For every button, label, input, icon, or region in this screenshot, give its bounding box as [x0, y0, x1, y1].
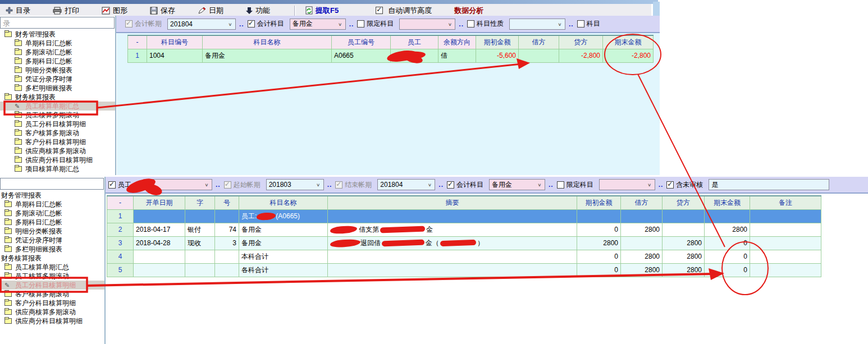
limit-combo[interactable]: ∨ [599, 179, 655, 190]
subject-checkbox[interactable] [447, 181, 454, 189]
period-checkbox[interactable] [125, 20, 133, 27]
tree-item[interactable]: 明细分类帐报表 [0, 227, 104, 236]
tree-item[interactable]: 员工核算多期滚动 [0, 111, 115, 120]
row-number[interactable]: 2 [107, 223, 134, 236]
closing-cell[interactable]: 2800 [705, 223, 750, 236]
credit-cell[interactable]: 2800 [663, 263, 705, 277]
subject-code-cell[interactable]: 1004 [147, 49, 203, 62]
subject-more-button[interactable]: .. [549, 181, 554, 189]
tree-item[interactable]: 客户核算多期滚动 [0, 129, 115, 137]
save-button[interactable]: 保存 [148, 5, 177, 16]
start-period-checkbox[interactable] [224, 181, 231, 189]
tree-group-finance-mgmt[interactable]: 财务管理报表 [0, 191, 104, 200]
tree-item[interactable]: 客户分科目核算明细 [0, 137, 115, 146]
tree-item[interactable]: 员工核算多期滚动 [0, 272, 104, 281]
period-combo[interactable]: 201804∨ [167, 19, 236, 30]
debit-cell[interactable]: 2800 [621, 223, 663, 236]
closing-cell[interactable]: 0 [705, 236, 750, 250]
row-number[interactable]: 1 [107, 209, 134, 223]
tree-item[interactable]: 多栏明细账报表 [0, 84, 115, 93]
subject-cell[interactable]: 备用金 [239, 223, 328, 236]
subject-name-cell[interactable]: 备用金 [203, 49, 332, 62]
limit-more-button[interactable]: .. [459, 20, 464, 28]
debit-cell[interactable] [621, 236, 663, 250]
note-cell[interactable] [750, 223, 821, 236]
end-period-checkbox[interactable] [335, 181, 342, 189]
summary-cell[interactable]: 退回借金（） [328, 236, 577, 250]
limit-combo[interactable]: ∨ [399, 19, 455, 30]
total-label[interactable]: 各科合计 [239, 263, 328, 277]
word-cell[interactable]: 银付 [185, 223, 215, 236]
subject-more-button[interactable]: .. [349, 20, 354, 28]
nature-more-button[interactable]: .. [569, 20, 574, 28]
tree-item[interactable]: 明细分类帐报表 [0, 66, 115, 75]
employee-cell[interactable] [391, 49, 438, 62]
tree-item[interactable]: 客户核算多期滚动 [0, 290, 104, 299]
debit-cell[interactable] [519, 49, 559, 62]
unaudited-combo[interactable]: 是 [709, 179, 829, 190]
limit-more-button[interactable]: .. [659, 181, 664, 189]
tree-item[interactable]: 多期滚动汇总帐 [0, 209, 104, 218]
subtotal-label[interactable]: 本科合计 [239, 250, 328, 263]
tree-item[interactable]: 供应商核算多期滚动 [0, 146, 115, 155]
closing-cell[interactable]: 0 [705, 263, 750, 277]
closing-cell[interactable]: -2,800 [603, 49, 654, 62]
debit-cell[interactable]: 2800 [621, 263, 663, 277]
note-cell[interactable] [750, 236, 821, 250]
employee-more-button[interactable]: .. [216, 181, 221, 189]
row-number[interactable]: 5 [107, 263, 134, 277]
tree-group-finance-calc[interactable]: 财务核算报表 [0, 93, 115, 102]
row-number[interactable]: 3 [107, 236, 134, 250]
credit-cell[interactable] [663, 223, 705, 236]
print-button[interactable]: 打印 [51, 5, 81, 16]
bottom-sidebar-filter-input[interactable] [0, 178, 104, 190]
data-analysis-button[interactable]: 数据分析 [453, 5, 485, 16]
tree-group-finance-calc[interactable]: 财务核算报表 [0, 254, 104, 263]
end-period-combo[interactable]: 201804∨ [377, 179, 435, 190]
date-cell[interactable]: 2018-04-17 [134, 223, 185, 236]
number-cell[interactable]: 74 [215, 223, 239, 236]
tree-item-selected[interactable]: ✎员工核算单期汇总 [0, 102, 115, 111]
tree-item[interactable]: 多期科目汇总帐 [0, 218, 104, 227]
number-cell[interactable]: 3 [215, 236, 239, 250]
subject-checkbox[interactable] [248, 20, 255, 27]
unaudited-checkbox[interactable] [666, 181, 674, 189]
graph-button[interactable]: 图形 [100, 5, 129, 16]
nature-checkbox[interactable] [467, 20, 474, 27]
closing-cell[interactable]: 0 [705, 250, 750, 263]
word-cell[interactable]: 现收 [185, 236, 215, 250]
top-sidebar-filter-input[interactable]: 录 [0, 17, 115, 29]
tree-item[interactable]: 客户分科目核算明细 [0, 299, 104, 308]
tree-item[interactable]: 多期滚动汇总帐 [0, 48, 115, 57]
subject-combo[interactable]: 备用金∨ [290, 19, 346, 30]
opening-cell[interactable]: -5,600 [476, 49, 519, 62]
start-more-button[interactable]: .. [327, 181, 332, 189]
tree-item[interactable]: 员工分科目核算明细 [0, 120, 115, 129]
end-more-button[interactable]: .. [438, 181, 444, 189]
credit-cell[interactable]: 2800 [663, 250, 705, 263]
direction-cell[interactable]: 借 [438, 49, 476, 62]
extract-button[interactable]: 提取F5 [304, 5, 340, 16]
tree-item[interactable]: 多期科目汇总帐 [0, 57, 115, 66]
row-number[interactable]: 4 [107, 250, 134, 263]
tree-item[interactable]: 供应商核算多期滚动 [0, 308, 104, 317]
auto-height-checkbox[interactable] [376, 7, 383, 14]
function-button[interactable]: 功能 [244, 5, 272, 16]
opening-cell[interactable]: 0 [577, 263, 621, 277]
period-more-button[interactable]: .. [239, 20, 244, 28]
summary-cell[interactable]: 借支第金 [328, 223, 577, 236]
tree-item[interactable]: 单期科目汇总帐 [0, 200, 104, 209]
tree-item[interactable]: 凭证分录序时簿 [0, 75, 115, 84]
splitter[interactable] [115, 16, 116, 175]
tree-group-finance-mgmt[interactable]: 财务管理报表 [0, 30, 115, 39]
employee-checkbox[interactable] [108, 181, 116, 189]
debit-cell[interactable]: 2800 [621, 250, 663, 263]
tree-item[interactable]: 单期科目汇总帐 [0, 39, 115, 48]
tree-item[interactable]: 项目核算单期汇总 [0, 164, 115, 173]
limit-checkbox[interactable] [557, 181, 564, 189]
opening-cell[interactable]: 2800 [577, 236, 621, 250]
subject2-checkbox[interactable] [577, 20, 584, 27]
employee-code-cell[interactable]: A0665 [332, 49, 391, 62]
date-cell[interactable]: 2018-04-28 [134, 236, 185, 250]
credit-cell[interactable]: -2,800 [559, 49, 603, 62]
